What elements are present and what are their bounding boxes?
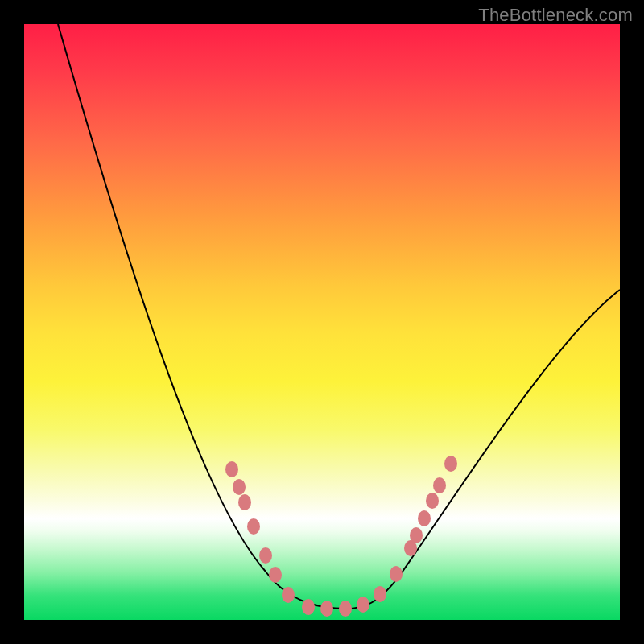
marker-dot xyxy=(233,479,246,495)
marker-dot xyxy=(374,586,386,602)
marker-dot xyxy=(390,566,402,582)
bottleneck-curve xyxy=(58,24,620,609)
marker-dot xyxy=(225,461,238,477)
marker-dot xyxy=(444,456,457,472)
marker-dot xyxy=(302,599,315,615)
marker-dot xyxy=(259,547,272,564)
marker-dot xyxy=(410,527,423,543)
marker-dot xyxy=(320,601,333,617)
marker-dot xyxy=(247,518,260,535)
marker-dot xyxy=(433,477,446,493)
outer-frame: TheBottleneck.com xyxy=(0,0,644,644)
marker-dot xyxy=(339,601,352,617)
marker-dot xyxy=(418,510,431,526)
curve-markers xyxy=(225,456,457,617)
marker-dot xyxy=(426,493,439,509)
plot-area xyxy=(24,24,620,620)
marker-dot xyxy=(269,567,282,583)
marker-dot xyxy=(238,494,251,510)
watermark-text: TheBottleneck.com xyxy=(478,5,633,26)
marker-dot xyxy=(357,597,369,613)
marker-dot xyxy=(282,587,295,603)
chart-svg xyxy=(24,24,620,620)
